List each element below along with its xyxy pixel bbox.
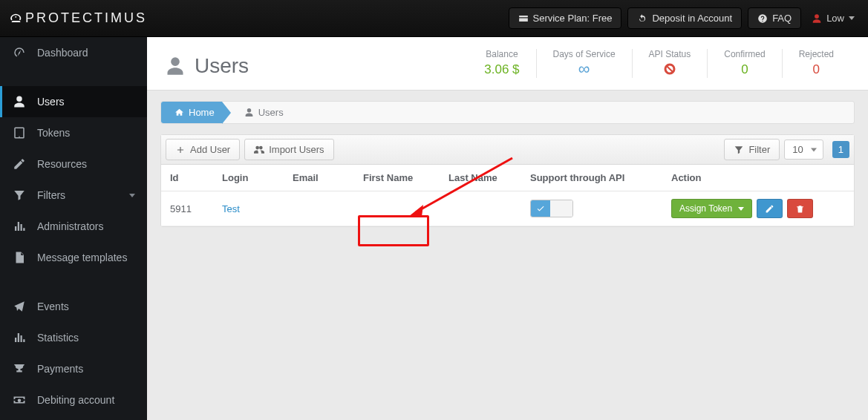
funnel-icon: [734, 145, 744, 155]
users-icon: [254, 145, 264, 155]
import-users-button[interactable]: Import Users: [244, 139, 333, 160]
assign-token-label: Assign Token: [679, 203, 732, 214]
sidebar-item-label: Statistics: [37, 332, 79, 344]
deposit-button[interactable]: Deposit in Account: [627, 7, 742, 29]
add-user-label: Add User: [190, 144, 230, 155]
sidebar-item-label: Administrators: [37, 220, 103, 232]
user-icon: [165, 56, 186, 76]
refresh-icon: [637, 13, 647, 24]
home-icon: [174, 108, 184, 117]
sidebar-item-label: Message templates: [37, 252, 127, 263]
sidebar: Dashboard Users Tokens Resources Filters…: [0, 37, 147, 420]
th-email[interactable]: Email: [284, 165, 354, 191]
page-size-value: 10: [792, 144, 803, 155]
rejected-label: Rejected: [799, 49, 834, 59]
sidebar-item-administrators[interactable]: Administrators: [0, 211, 147, 242]
trash-icon: [795, 204, 805, 214]
user-name: Low: [826, 13, 844, 24]
tablet-icon: [12, 126, 27, 140]
sidebar-item-label: Payments: [37, 363, 83, 375]
breadcrumb-home[interactable]: Home: [161, 102, 222, 123]
chevron-down-icon: [849, 16, 855, 20]
confirmed-value: 0: [724, 62, 765, 77]
dashboard-icon: [12, 46, 27, 59]
ban-icon: [649, 62, 691, 78]
assign-token-button[interactable]: Assign Token: [671, 199, 752, 218]
deposit-label: Deposit in Account: [652, 13, 732, 24]
faq-button[interactable]: FAQ: [748, 7, 801, 29]
rejected-value: 0: [799, 62, 834, 77]
edit-row-button[interactable]: [757, 199, 783, 218]
breadcrumb: Home Users: [160, 101, 855, 124]
users-table: Id Login Email First Name Last Name Supp…: [161, 165, 854, 226]
filter-button[interactable]: Filter: [724, 139, 780, 160]
faq-label: FAQ: [772, 13, 792, 24]
sidebar-item-label: Filters: [37, 189, 65, 201]
th-last[interactable]: Last Name: [440, 165, 521, 191]
user-icon: [244, 108, 254, 117]
doc-icon: [12, 251, 27, 264]
sidebar-item-tokens[interactable]: Tokens: [0, 117, 147, 148]
user-icon: [12, 95, 27, 108]
th-id[interactable]: Id: [161, 165, 213, 191]
confirmed-label: Confirmed: [724, 49, 765, 59]
service-plan-label: Service Plan: Free: [533, 13, 613, 24]
sidebar-item-message-templates[interactable]: Message templates: [0, 242, 147, 273]
bars-icon: [12, 331, 27, 344]
sidebar-item-label: Tokens: [37, 127, 70, 139]
cell-first: [354, 191, 440, 226]
sidebar-item-dashboard[interactable]: Dashboard: [0, 37, 147, 68]
brand-name: PROTECTIMUS: [25, 10, 147, 26]
sidebar-item-users[interactable]: Users: [0, 86, 147, 117]
cell-last: [440, 191, 521, 226]
sidebar-item-statistics[interactable]: Statistics: [0, 322, 147, 353]
delete-row-button[interactable]: [787, 199, 813, 218]
balance-value: 3.06 $: [484, 62, 519, 77]
card-icon: [518, 13, 529, 24]
th-api[interactable]: Support through API: [521, 165, 662, 191]
filter-label: Filter: [748, 144, 770, 155]
sidebar-item-payments[interactable]: Payments: [0, 353, 147, 384]
sidebar-item-filters[interactable]: Filters: [0, 180, 147, 211]
check-icon: [536, 204, 545, 213]
edit-icon: [765, 204, 774, 214]
sidebar-item-label: Dashboard: [37, 47, 88, 59]
sidebar-item-label: Resources: [37, 158, 87, 170]
bullhorn-icon: [12, 300, 27, 313]
th-first[interactable]: First Name: [354, 165, 440, 191]
page-size-select[interactable]: 10: [784, 140, 823, 160]
question-icon: [757, 13, 768, 24]
breadcrumb-current: Users: [231, 102, 294, 123]
cash-icon: [12, 393, 27, 407]
svg-point-0: [15, 16, 16, 17]
bars-icon: [12, 220, 27, 233]
page-number[interactable]: 1: [832, 141, 849, 158]
th-login[interactable]: Login: [213, 165, 284, 191]
table-row: 5911 Test: [161, 191, 854, 226]
balance-label: Balance: [484, 49, 519, 59]
import-users-label: Import Users: [269, 144, 324, 155]
sidebar-item-label: Events: [37, 301, 69, 312]
brand[interactable]: PROTECTIMUS: [0, 6, 147, 31]
days-label: Days of Service: [553, 49, 616, 59]
trophy-icon: [12, 362, 27, 375]
chevron-down-icon: [129, 194, 135, 197]
login-link[interactable]: Test: [222, 203, 240, 214]
service-plan-button[interactable]: Service Plan: Free: [509, 7, 622, 29]
th-action: Action: [662, 165, 854, 191]
funnel-icon: [12, 188, 27, 202]
sidebar-item-resources[interactable]: Resources: [0, 148, 147, 180]
api-label: API Status: [649, 49, 691, 59]
edit-icon: [12, 157, 27, 171]
chevron-down-icon: [738, 207, 744, 211]
sidebar-item-debiting-account[interactable]: Debiting account: [0, 384, 147, 416]
add-user-button[interactable]: Add User: [166, 139, 240, 160]
plus-icon: [175, 145, 186, 155]
user-menu-button[interactable]: Low: [812, 13, 855, 24]
api-toggle[interactable]: [530, 200, 573, 217]
page-title: Users: [195, 54, 249, 78]
infinity-icon: ∞: [553, 62, 616, 76]
sidebar-item-events[interactable]: Events: [0, 291, 147, 322]
user-icon: [812, 13, 822, 24]
sidebar-item-label: Debiting account: [37, 394, 114, 406]
